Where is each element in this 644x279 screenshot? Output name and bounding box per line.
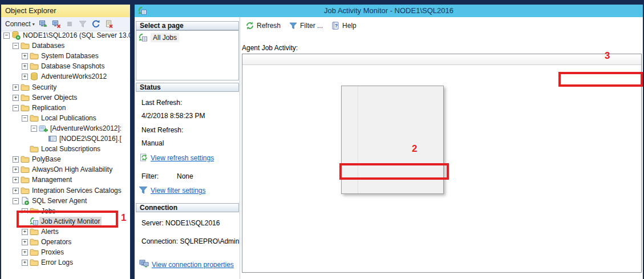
- job-activity-icon: [139, 33, 148, 42]
- refresh-blue-icon[interactable]: [91, 19, 101, 29]
- folder-icon: [30, 258, 39, 267]
- tree-item-sql-server-agent[interactable]: −SQL Server Agent: [1, 196, 130, 206]
- expand-expander-icon[interactable]: +: [22, 63, 28, 70]
- tree-item-label: Proxies: [39, 248, 66, 257]
- folder-icon: [30, 227, 39, 236]
- refresh-icon: [245, 21, 254, 30]
- page-list-item-all-jobs[interactable]: All Jobs: [139, 33, 179, 42]
- tree-item-alerts[interactable]: +Alerts: [1, 227, 130, 237]
- expand-expander-icon[interactable]: +: [22, 239, 28, 245]
- agent-icon: [21, 196, 30, 205]
- tree-item-polybase[interactable]: +PolyBase: [1, 154, 130, 164]
- tree-item-operators[interactable]: +Operators: [1, 237, 130, 247]
- folder-icon: [30, 114, 39, 123]
- tree-item-label: AdventureWorks2012: [39, 72, 108, 81]
- next-refresh-label: Next Refresh:: [141, 126, 183, 134]
- chevron-down-icon: ▾: [33, 22, 35, 27]
- page-list: All Jobs: [136, 30, 239, 80]
- annotation-number-2: 2: [412, 143, 417, 155]
- tree-item-system-databases[interactable]: +System Databases: [1, 51, 130, 61]
- grid-caption: Agent Job Activity:: [242, 44, 298, 52]
- view-refresh-settings-link[interactable]: View refresh settings: [151, 154, 214, 162]
- folder-icon: [21, 83, 30, 92]
- folder-icon: [30, 144, 39, 153]
- tree-item-alwayson-high-availability[interactable]: +AlwaysOn High Availability: [1, 164, 130, 175]
- collapse-expander-icon[interactable]: −: [13, 43, 19, 49]
- filter-button[interactable]: Filter ...: [286, 20, 326, 31]
- object-explorer-tree: −NODE1\SQL2016 (SQL Server 13.0.1−Databa…: [1, 31, 130, 279]
- stop-icon[interactable]: [65, 19, 75, 29]
- help-label: Help: [342, 22, 357, 30]
- view-filter-settings-link[interactable]: View filter settings: [151, 187, 206, 195]
- tree-item-replication[interactable]: −Replication: [1, 103, 130, 113]
- tree-item-databases[interactable]: −Databases: [1, 41, 130, 51]
- expand-expander-icon[interactable]: +: [13, 177, 19, 183]
- tree-item-management[interactable]: +Management: [1, 175, 130, 185]
- folder-icon: [21, 186, 30, 195]
- refresh-settings-icon: [139, 153, 148, 162]
- connect-server-icon[interactable]: [39, 19, 48, 29]
- subscription-icon: [48, 134, 57, 143]
- panel-divider: [240, 17, 240, 279]
- annotation-box-1: [17, 211, 118, 228]
- grid-header-row: [242, 54, 641, 65]
- collapse-expander-icon[interactable]: −: [13, 105, 19, 111]
- all-jobs-label: All Jobs: [151, 33, 179, 42]
- object-explorer-header: Object Explorer: [1, 5, 130, 18]
- folder-icon: [30, 237, 39, 246]
- filter-disabled-icon[interactable]: [78, 19, 88, 29]
- tree-item-node2-sql2016[interactable]: [NODE2\SQL2016].[: [1, 134, 130, 144]
- connect-button[interactable]: Connect ▾: [5, 20, 35, 28]
- folder-icon: [21, 155, 30, 164]
- disconnect-server-icon[interactable]: [52, 19, 62, 29]
- expand-expander-icon[interactable]: +: [22, 249, 28, 256]
- collapse-expander-icon[interactable]: −: [22, 115, 28, 122]
- status-section-header: Status: [136, 83, 239, 92]
- collapse-expander-icon[interactable]: −: [3, 33, 10, 39]
- script-error-icon[interactable]: [104, 19, 114, 29]
- tree-item-label: PolyBase: [30, 155, 63, 164]
- expand-expander-icon[interactable]: +: [22, 260, 28, 266]
- tree-item-proxies[interactable]: +Proxies: [1, 247, 130, 257]
- screenshot-root: Object Explorer Connect ▾ −NODE1\SQL2016…: [0, 0, 644, 279]
- tree-item-integration-services-catalogs[interactable]: +Integration Services Catalogs: [1, 185, 130, 196]
- expand-expander-icon[interactable]: +: [22, 53, 28, 59]
- tree-item-label: Databases: [30, 41, 66, 50]
- connection-section-header: Connection: [136, 203, 239, 212]
- tree-item-label: Local Publications: [39, 114, 98, 123]
- svg-text:?: ?: [335, 23, 338, 29]
- tree-item-server-objects[interactable]: +Server Objects: [1, 92, 130, 103]
- tree-item-label: AlwaysOn High Availability: [30, 165, 114, 174]
- object-explorer-toolbar: Connect ▾: [1, 17, 130, 31]
- connection-header-label: Connection: [140, 204, 177, 212]
- expand-expander-icon[interactable]: +: [13, 188, 19, 194]
- connection-server-line: Server: NODE1\SQL2016: [141, 219, 220, 227]
- expand-expander-icon[interactable]: +: [22, 229, 28, 235]
- window-content: Select a page All Jobs Status Last Refre…: [135, 17, 643, 279]
- window-titlebar[interactable]: Job Activity Monitor - NODE1\SQL2016: [135, 5, 643, 17]
- folder-icon: [21, 175, 30, 184]
- tree-item-node1-sql2016-sql-server-13-0-1[interactable]: −NODE1\SQL2016 (SQL Server 13.0.1: [1, 31, 130, 41]
- collapse-expander-icon[interactable]: −: [31, 126, 37, 132]
- expand-expander-icon[interactable]: +: [13, 167, 19, 173]
- collapse-expander-icon[interactable]: −: [13, 198, 19, 204]
- tree-item-error-logs[interactable]: +Error Logs: [1, 257, 130, 268]
- tree-item-adventureworks2012[interactable]: −[AdventureWorks2012]:: [1, 123, 130, 134]
- view-connection-properties-link[interactable]: View connection properties: [152, 261, 234, 269]
- expand-expander-icon[interactable]: +: [13, 95, 19, 101]
- tree-item-label: Local Subscriptions: [39, 144, 102, 153]
- expand-expander-icon[interactable]: +: [22, 74, 28, 80]
- folder-icon: [21, 165, 30, 174]
- connection-user-line: Connection: SQLREPRO\Administra: [141, 237, 240, 245]
- help-button[interactable]: ? Help: [328, 20, 359, 31]
- tree-item-security[interactable]: +Security: [1, 82, 130, 92]
- select-a-page-header: Select a page: [136, 21, 239, 30]
- tree-item-adventureworks2012[interactable]: +AdventureWorks2012: [1, 71, 130, 82]
- tree-item-local-publications[interactable]: −Local Publications: [1, 113, 130, 123]
- filter-label: Filter:: [141, 172, 159, 180]
- tree-item-local-subscriptions[interactable]: Local Subscriptions: [1, 144, 130, 154]
- expand-expander-icon[interactable]: +: [13, 156, 19, 163]
- refresh-button[interactable]: Refresh: [242, 20, 283, 31]
- tree-item-database-snapshots[interactable]: +Database Snapshots: [1, 61, 130, 71]
- expand-expander-icon[interactable]: +: [13, 84, 19, 91]
